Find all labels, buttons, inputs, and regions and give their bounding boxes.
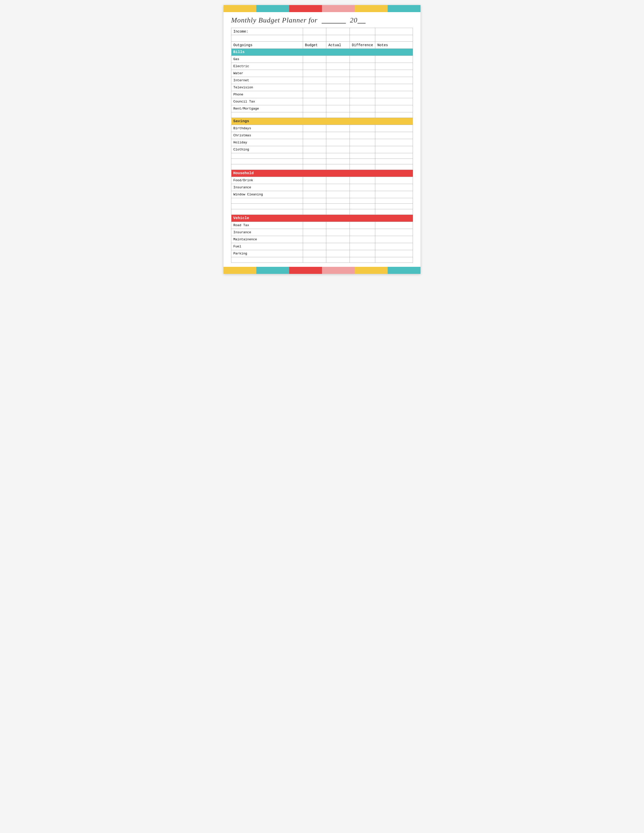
household-gap-2 — [231, 204, 413, 209]
bills-rent-mortgage-row: Rent/Mortgage — [231, 105, 413, 113]
income-budget — [303, 28, 326, 35]
household-gap-3 — [231, 209, 413, 215]
top-bar-red — [289, 5, 322, 12]
savings-gap-3 — [231, 164, 413, 170]
main-content: Monthly Budget Planner for 20 Income: — [224, 12, 420, 267]
bottom-bar-teal — [256, 267, 289, 274]
household-insurance-row: Insurance — [231, 184, 413, 191]
bottom-bar-red — [289, 267, 322, 274]
savings-gap-1 — [231, 153, 413, 159]
page-title: Monthly Budget Planner for 20 — [231, 16, 413, 24]
budget-table: Income: Outgoings Budget Actual Differen… — [231, 28, 413, 263]
col-actual: Actual — [326, 42, 350, 49]
empty-row-1 — [231, 35, 413, 42]
household-window-cleaning-row: Window Cleaning — [231, 191, 413, 198]
household-gap-1 — [231, 198, 413, 204]
bottom-bar-teal2 — [388, 267, 420, 274]
vehicle-maintainence-row: Maintainence — [231, 236, 413, 243]
bills-label: Bills — [231, 49, 413, 56]
savings-label: Savings — [231, 118, 413, 125]
vehicle-gap-1 — [231, 257, 413, 263]
bills-electric-row: Electric — [231, 63, 413, 70]
col-outgoings: Outgoings — [231, 42, 303, 49]
income-notes — [375, 28, 413, 35]
title-text: Monthly Budget Planner for — [231, 16, 318, 24]
bills-gas-row: Gas — [231, 56, 413, 63]
bottom-bar-pink — [322, 267, 355, 274]
top-bar-teal2 — [388, 5, 420, 12]
title-year: 20 — [350, 16, 357, 24]
bills-section-header: Bills — [231, 49, 413, 56]
vehicle-label: Vehicle — [231, 215, 413, 222]
income-actual — [326, 28, 350, 35]
col-notes: Notes — [375, 42, 413, 49]
bills-council-tax-row: Council Tax — [231, 98, 413, 105]
vehicle-parking-row: Parking — [231, 250, 413, 257]
top-bar-yellow2 — [355, 5, 388, 12]
savings-clothing-row: Clothing — [231, 146, 413, 153]
col-difference: Difference — [350, 42, 375, 49]
col-budget: Budget — [303, 42, 326, 49]
vehicle-road-tax-row: Road Tax — [231, 222, 413, 229]
household-label: Household — [231, 170, 413, 177]
bills-water-row: Water — [231, 70, 413, 77]
household-section-header: Household — [231, 170, 413, 177]
bills-gap — [231, 113, 413, 118]
savings-birthdays-row: Birthdays — [231, 125, 413, 132]
savings-section-header: Savings — [231, 118, 413, 125]
bills-internet-row: Internet — [231, 77, 413, 84]
savings-holiday-row: Holiday — [231, 139, 413, 146]
savings-gap-2 — [231, 159, 413, 164]
top-color-bars — [224, 5, 420, 12]
top-bar-yellow — [224, 5, 256, 12]
top-bar-teal — [256, 5, 289, 12]
income-label: Income: — [231, 28, 303, 35]
bottom-color-bars — [224, 267, 420, 274]
income-difference — [350, 28, 375, 35]
page: Monthly Budget Planner for 20 Income: — [224, 5, 420, 274]
bills-phone-row: Phone — [231, 91, 413, 98]
column-headers: Outgoings Budget Actual Difference Notes — [231, 42, 413, 49]
vehicle-section-header: Vehicle — [231, 215, 413, 222]
bills-television-row: Television — [231, 84, 413, 91]
bottom-bar-yellow2 — [355, 267, 388, 274]
household-food-drink-row: Food/Drink — [231, 177, 413, 184]
vehicle-insurance-row: Insurance — [231, 229, 413, 236]
vehicle-fuel-row: Fuel — [231, 243, 413, 250]
top-bar-pink — [322, 5, 355, 12]
savings-christmas-row: Christmas — [231, 132, 413, 139]
bottom-bar-yellow — [224, 267, 256, 274]
income-row: Income: — [231, 28, 413, 35]
